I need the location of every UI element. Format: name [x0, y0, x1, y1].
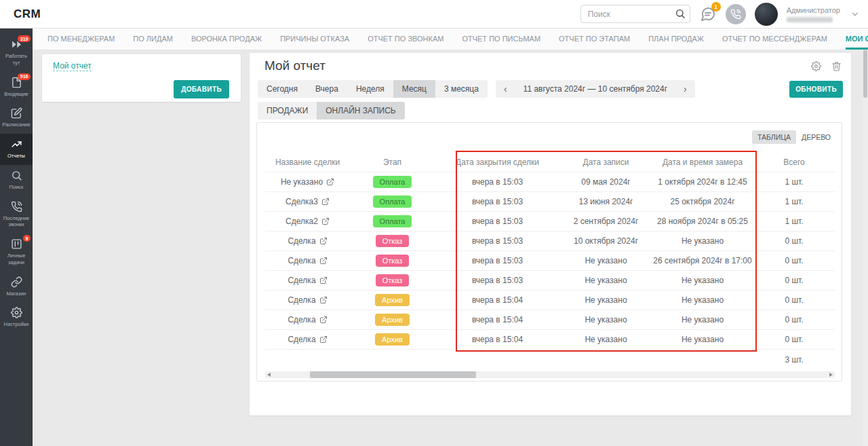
external-link-icon[interactable] [321, 198, 330, 206]
sidebar-item-work-here[interactable]: 319Работать тут [0, 34, 33, 72]
sidebar-item-store[interactable]: Магазин [0, 272, 33, 303]
sidebar-item-reports[interactable]: Отчеты [0, 134, 33, 165]
tab-sales-funnel[interactable]: ВОРОНКА ПРОДАЖ [191, 29, 262, 50]
sidebar-item-search[interactable]: Поиск [0, 165, 33, 196]
external-link-icon[interactable] [319, 296, 328, 304]
date-range-control: ‹ 11 августа 2024г — 10 сентября 2024г › [496, 80, 695, 98]
tab-by-managers[interactable]: ПО МЕНЕДЖЕРАМ [47, 29, 115, 50]
messages-button[interactable]: 1 [699, 6, 717, 22]
row-total-cell: 0 шт. [753, 276, 835, 285]
tab-my-reports[interactable]: МОИ ОТЧЕТЫ? [846, 29, 868, 50]
prev-period-button[interactable]: ‹ [496, 81, 515, 97]
link-icon [11, 276, 22, 288]
stage-cell: Оплата [350, 215, 435, 227]
kanban-icon [11, 238, 22, 250]
gear-icon[interactable] [811, 61, 821, 71]
trending-up-icon [11, 138, 22, 150]
sidebar-item-recent-calls[interactable]: Последние звонки [0, 196, 33, 234]
view-tree[interactable]: ДЕРЕВО [796, 130, 836, 144]
row-total-cell: 1 шт. [753, 177, 835, 187]
table-row: СделкаОтказвчера в 15:03Не указано26 сен… [265, 250, 835, 270]
avatar[interactable] [755, 3, 778, 26]
next-period-button[interactable]: › [675, 81, 695, 97]
tab-label: ОТЧЕТ ПО МЕССЕНДЖЕРАМ [722, 35, 827, 43]
deal-name-cell: Сделка [265, 236, 350, 246]
trash-icon[interactable] [831, 61, 842, 71]
sidebar-item-personal-tasks[interactable]: 9Личные задачи [0, 234, 33, 272]
phone-call-icon [730, 9, 741, 20]
horizontal-scrollbar[interactable] [265, 371, 835, 378]
external-link-icon[interactable] [319, 237, 328, 245]
category-tab-online-booking[interactable]: ОНЛАЙН ЗАПИСЬ [317, 102, 404, 119]
scroll-left-arrow-icon[interactable] [267, 373, 271, 377]
deal-name: Сделка3 [285, 197, 318, 206]
sidebar-item-schedule[interactable]: Расписание [0, 103, 33, 134]
top-header: CRM 1 Администратор [0, 0, 868, 29]
notification-badge: 319 [18, 35, 31, 42]
scroll-right-arrow-icon[interactable] [829, 373, 833, 377]
deal-name-cell: Сделка [265, 276, 350, 285]
refresh-button[interactable]: ОБНОВИТЬ [789, 81, 843, 98]
period-yesterday[interactable]: Вчера [307, 80, 347, 98]
notification-badge: 9 [23, 235, 31, 242]
external-link-icon[interactable] [319, 257, 328, 265]
tab-label: МОИ ОТЧЕТЫ [846, 35, 868, 43]
table-row: СделкаОтказвчера в 15:03Не указаноНе ука… [265, 270, 835, 290]
tab-sales-plan[interactable]: ПЛАН ПРОДАЖ [648, 29, 704, 50]
tab-messengers-report[interactable]: ОТЧЕТ ПО МЕССЕНДЖЕРАМ [722, 29, 827, 50]
category-tab-sales[interactable]: ПРОДАЖИ [258, 102, 317, 119]
view-table[interactable]: ТАБЛИЦА [752, 130, 796, 144]
period-3-months[interactable]: 3 месяца [435, 80, 488, 98]
closing-date-cell: вчера в 15:03 [435, 256, 560, 265]
sidebar-item-label: Магазин [7, 291, 26, 297]
column-header: Дата закрытия сделки [435, 157, 560, 167]
stage-badge: Отказ [376, 274, 410, 286]
closing-date-cell: вчера в 15:04 [435, 315, 560, 324]
search-icon[interactable] [675, 8, 686, 19]
search-icon [11, 170, 22, 181]
scrollbar-thumb[interactable] [310, 371, 476, 378]
sidebar-item-settings[interactable]: Настройки [0, 302, 33, 333]
measure-datetime-cell: 26 сентября 2024г в 17:00 [652, 256, 753, 265]
record-date-cell: Не указано [560, 315, 652, 324]
external-link-icon[interactable] [319, 316, 328, 324]
tab-rejection-reasons[interactable]: ПРИЧИНЫ ОТКАЗА [280, 29, 349, 50]
measure-datetime-cell: 25 октября 2024г [652, 197, 753, 206]
tab-stages-report[interactable]: ОТЧЕТ ПО ЭТАПАМ [559, 29, 630, 50]
table-row: Не указаноОплатавчера в 15:0309 мая 2024… [265, 172, 835, 191]
period-month[interactable]: Месяц [393, 80, 435, 98]
stage-badge: Отказ [376, 255, 410, 267]
tab-emails-report[interactable]: ОТЧЕТ ПО ПИСЬМАМ [462, 29, 540, 50]
period-today[interactable]: Сегодня [258, 80, 307, 98]
record-date-cell: Не указано [560, 276, 652, 285]
table-row: СделкаОтказвчера в 15:0310 октября 2024г… [265, 231, 835, 250]
external-link-icon[interactable] [319, 335, 328, 343]
external-link-icon[interactable] [319, 276, 328, 284]
sidebar-item-inbox[interactable]: 916Входящие [0, 72, 33, 103]
chevron-down-icon[interactable] [850, 10, 860, 19]
stage-badge: Архив [375, 294, 410, 306]
deal-name-cell: Сделка [265, 315, 350, 324]
sidebar-item-label: Отчеты [7, 153, 25, 160]
external-link-icon[interactable] [326, 178, 334, 186]
tab-calls-report[interactable]: ОТЧЕТ ПО ЗВОНКАМ [368, 29, 443, 50]
row-total-cell: 0 шт. [753, 295, 835, 305]
column-header: Дата записи [560, 157, 652, 167]
record-date-cell: Не указано [560, 335, 652, 344]
report-link[interactable]: Мой отчет [53, 61, 92, 71]
deal-name-cell: Сделка [265, 256, 350, 265]
period-week[interactable]: Неделя [347, 80, 393, 98]
measure-datetime-cell: 28 ноября 2024г в 05:25 [652, 217, 753, 226]
app-window: CRM 1 Администратор 319Работать тут916Вх… [0, 0, 868, 446]
add-report-button[interactable]: ДОБАВИТЬ [174, 80, 229, 98]
external-link-icon[interactable] [321, 217, 330, 225]
user-menu[interactable]: Администратор [787, 6, 840, 22]
table-footer-row: 3 шт. [265, 349, 835, 369]
measure-datetime-cell: Не указано [652, 236, 753, 246]
tab-by-leads[interactable]: ПО ЛИДАМ [133, 29, 173, 50]
table-row: СделкаАрхиввчера в 15:04Не указаноНе ука… [265, 290, 835, 310]
call-button[interactable] [726, 4, 746, 24]
record-date-cell: Не указано [560, 295, 652, 305]
page-scrollbar[interactable] [863, 29, 868, 446]
search-input[interactable] [580, 5, 690, 23]
